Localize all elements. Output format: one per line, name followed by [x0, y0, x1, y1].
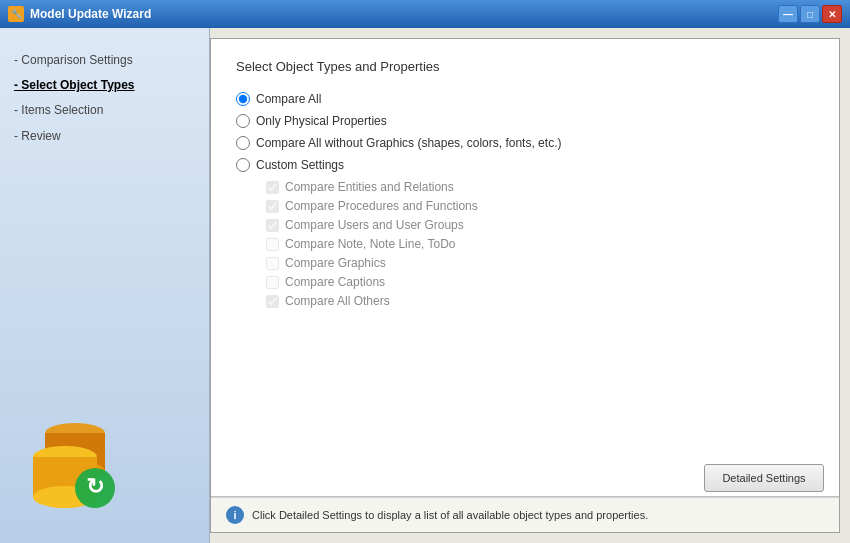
radio-no-graphics[interactable]: Compare All without Graphics (shapes, co…	[236, 136, 814, 150]
detailed-area: Detailed Settings	[211, 456, 839, 496]
info-text: Click Detailed Settings to display a lis…	[252, 509, 648, 521]
checkbox-all-others-input[interactable]	[266, 295, 279, 308]
main-container: - Comparison Settings - Select Object Ty…	[0, 28, 850, 543]
radio-compare-all[interactable]: Compare All	[236, 92, 814, 106]
radio-only-physical-input[interactable]	[236, 114, 250, 128]
app-icon: 🔧	[8, 6, 24, 22]
checkbox-captions-label: Compare Captions	[285, 275, 385, 289]
sidebar-item-select-object-types[interactable]: - Select Object Types	[10, 73, 199, 98]
checkbox-entities-relations-input[interactable]	[266, 181, 279, 194]
radio-only-physical[interactable]: Only Physical Properties	[236, 114, 814, 128]
checkbox-all-others-label: Compare All Others	[285, 294, 390, 308]
sidebar-item-comparison-settings[interactable]: - Comparison Settings	[10, 48, 199, 73]
checkbox-entities-relations-label: Compare Entities and Relations	[285, 180, 454, 194]
title-bar: 🔧 Model Update Wizard — □ ✕	[0, 0, 850, 28]
checkbox-graphics-input[interactable]	[266, 257, 279, 270]
sidebar-illustration: ↻	[20, 413, 140, 523]
sidebar-item-items-selection[interactable]: - Items Selection	[10, 98, 199, 123]
minimize-button[interactable]: —	[778, 5, 798, 23]
detailed-settings-button[interactable]: Detailed Settings	[704, 464, 824, 492]
checkbox-users-groups-input[interactable]	[266, 219, 279, 232]
content-panel: Select Object Types and Properties Compa…	[210, 38, 840, 533]
checkbox-entities-relations[interactable]: Compare Entities and Relations	[266, 180, 814, 194]
sidebar: - Comparison Settings - Select Object Ty…	[0, 28, 210, 543]
maximize-button[interactable]: □	[800, 5, 820, 23]
info-bar: i Click Detailed Settings to display a l…	[211, 497, 839, 532]
close-button[interactable]: ✕	[822, 5, 842, 23]
checkbox-note-line-todo-input[interactable]	[266, 238, 279, 251]
checkbox-procedures-functions-input[interactable]	[266, 200, 279, 213]
checkbox-note-line-todo-label: Compare Note, Note Line, ToDo	[285, 237, 456, 251]
window-title: Model Update Wizard	[30, 7, 778, 21]
checkbox-note-line-todo[interactable]: Compare Note, Note Line, ToDo	[266, 237, 814, 251]
checkbox-procedures-functions[interactable]: Compare Procedures and Functions	[266, 199, 814, 213]
checkbox-procedures-functions-label: Compare Procedures and Functions	[285, 199, 478, 213]
checkbox-group: Compare Entities and Relations Compare P…	[266, 180, 814, 308]
checkbox-captions[interactable]: Compare Captions	[266, 275, 814, 289]
content-body: Select Object Types and Properties Compa…	[211, 39, 839, 456]
checkbox-graphics-label: Compare Graphics	[285, 256, 386, 270]
radio-custom-settings-input[interactable]	[236, 158, 250, 172]
sidebar-item-review[interactable]: - Review	[10, 124, 199, 149]
svg-text:↻: ↻	[86, 474, 104, 499]
radio-custom-settings[interactable]: Custom Settings	[236, 158, 814, 172]
radio-only-physical-label: Only Physical Properties	[256, 114, 387, 128]
radio-group: Compare All Only Physical Properties Com…	[236, 92, 814, 172]
window-controls: — □ ✕	[778, 5, 842, 23]
radio-no-graphics-input[interactable]	[236, 136, 250, 150]
checkbox-users-groups[interactable]: Compare Users and User Groups	[266, 218, 814, 232]
checkbox-all-others[interactable]: Compare All Others	[266, 294, 814, 308]
radio-compare-all-input[interactable]	[236, 92, 250, 106]
info-icon: i	[226, 506, 244, 524]
radio-compare-all-label: Compare All	[256, 92, 321, 106]
checkbox-captions-input[interactable]	[266, 276, 279, 289]
checkbox-graphics[interactable]: Compare Graphics	[266, 256, 814, 270]
checkbox-users-groups-label: Compare Users and User Groups	[285, 218, 464, 232]
radio-custom-settings-label: Custom Settings	[256, 158, 344, 172]
section-title: Select Object Types and Properties	[236, 59, 814, 74]
radio-no-graphics-label: Compare All without Graphics (shapes, co…	[256, 136, 561, 150]
